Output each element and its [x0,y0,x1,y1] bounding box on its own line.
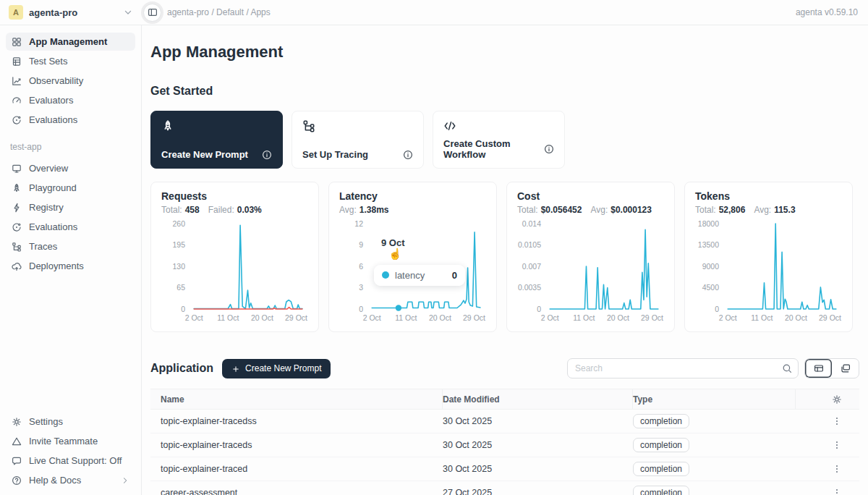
app-name-cell: topic-explainer-traceds [150,440,443,450]
table-row[interactable]: topic-explainer-traceds30 Oct 2025comple… [150,433,859,457]
table-body: topic-explainer-tracedss30 Oct 2025compl… [150,410,859,495]
create-new-prompt-button[interactable]: Create New Prompt [222,359,331,378]
app-name-cell: topic-explainer-traced [150,464,443,474]
help-icon [12,475,22,486]
info-icon[interactable] [544,144,554,154]
svg-text:20 Oct: 20 Oct [607,313,629,322]
stat-value: $0.000123 [610,205,652,215]
card-view-button[interactable] [832,359,859,378]
gauge-icon [12,96,22,106]
table-icon [12,56,22,67]
svg-text:4500: 4500 [702,283,720,292]
metric-card-title: Cost [517,190,664,202]
create-custom-workflow-card[interactable]: Create Custom Workflow [433,111,565,169]
cost-metric-card: CostTotal:$0.056452Avg:$0.00012300.00350… [506,182,675,332]
svg-text:29 Oct: 29 Oct [463,313,485,322]
cost-chart[interactable]: 00.00350.0070.01050.0142 Oct11 Oct20 Oct… [517,218,664,326]
column-settings-icon[interactable] [832,394,842,405]
table-row[interactable]: career-assessment27 Oct 2025completion [150,481,859,495]
table-row[interactable]: topic-explainer-tracedss30 Oct 2025compl… [150,410,859,433]
stat-label: Total: [517,205,538,215]
search-input[interactable] [568,359,776,378]
create-new-prompt-label: Create New Prompt [245,363,321,373]
sidebar-footer-item-help-docs[interactable]: Help & Docs [6,471,135,489]
row-menu-icon[interactable] [832,416,842,426]
nav-item-label: Help & Docs [29,475,81,486]
metric-card-title: Requests [161,190,308,202]
table-view-button[interactable] [805,359,832,378]
svg-text:12: 12 [354,219,363,228]
svg-text:3: 3 [359,283,363,292]
latency-chart[interactable]: 0369122 Oct11 Oct20 Oct29 Oct [339,218,486,326]
svg-text:0: 0 [181,305,185,313]
sidebar-app-item-deployments[interactable]: Deployments [6,257,135,275]
svg-text:11 Oct: 11 Oct [573,313,595,322]
top-bar: A agenta-pro agenta-pro / Default / Apps… [0,0,868,25]
nav-item-label: Settings [29,416,63,427]
sidebar-item-evaluations[interactable]: Evaluations [6,111,135,129]
row-menu-icon[interactable] [832,488,842,495]
workspace-avatar: A [9,5,23,20]
nav-item-label: Test Sets [29,56,67,67]
chart-icon [12,76,22,86]
info-icon[interactable] [262,150,272,160]
stat-value: $0.056452 [541,205,582,215]
app-name-cell: career-assessment [150,488,443,495]
svg-text:0.0035: 0.0035 [518,283,541,292]
date-modified-cell: 30 Oct 2025 [443,440,633,450]
nav-item-label: Registry [29,202,64,213]
sidebar-app-item-evaluations[interactable]: Evaluations [6,218,135,236]
sidebar-app-item-traces[interactable]: Traces [6,237,135,255]
sidebar-item-test-sets[interactable]: Test Sets [6,52,135,70]
nav-item-label: Evaluations [29,114,77,125]
sidebar-item-observability[interactable]: Observability [6,72,135,90]
stat-label: Total: [161,205,182,215]
nav-item-label: App Management [29,36,107,47]
svg-text:0.0105: 0.0105 [518,240,541,249]
card-label: Create Custom Workflow [443,138,544,160]
svg-text:130: 130 [172,262,185,271]
sidebar: App ManagementTest SetsObservabilityEval… [0,25,142,495]
sidebar-app-item-registry[interactable]: Registry [6,198,135,216]
gear-icon [12,417,22,427]
metric-cards: RequestsTotal:458Failed:0.03%06513019526… [150,182,859,332]
nav-item-label: Evaluators [29,95,73,106]
sidebar-footer-item-invite-teammate[interactable]: Invite Teammate [6,432,135,450]
sidebar-toggle-button[interactable] [143,4,161,22]
type-cell: completion [633,462,796,476]
main-content: App Management Get Started Create New Pr… [142,25,868,495]
grid-icon [12,37,22,47]
svg-text:29 Oct: 29 Oct [285,313,307,322]
sidebar-item-evaluators[interactable]: Evaluators [6,91,135,109]
sidebar-app-section-label: test-app [6,130,135,159]
row-menu-icon[interactable] [832,464,842,474]
sidebar-item-app-management[interactable]: App Management [6,33,135,51]
application-header: Application Create New Prompt [150,358,859,378]
stat-label: Failed: [208,205,234,215]
svg-text:260: 260 [172,219,185,228]
svg-text:6: 6 [359,262,363,271]
requests-chart[interactable]: 0651301952602 Oct11 Oct20 Oct29 Oct [161,218,308,326]
search-icon[interactable] [776,363,798,373]
svg-text:11 Oct: 11 Oct [395,313,417,322]
type-badge: completion [633,438,689,452]
tokens-chart[interactable]: 04500900013500180002 Oct11 Oct20 Oct29 O… [695,218,842,326]
sidebar-footer-item-settings[interactable]: Settings [6,412,135,431]
latency-metric-card: LatencyAvg:1.38ms0369122 Oct11 Oct20 Oct… [328,182,497,332]
info-icon[interactable] [403,150,413,160]
set-up-tracing-card[interactable]: Set Up Tracing [292,111,424,169]
svg-text:9: 9 [359,240,363,249]
bolt-icon [12,203,22,213]
create-new-prompt-card[interactable]: Create New Prompt [150,111,283,169]
row-menu-icon[interactable] [832,440,842,450]
sidebar-footer-item-live-chat-support-off[interactable]: Live Chat Support: Off [6,452,135,470]
workspace-selector[interactable]: A agenta-pro [0,0,142,25]
sidebar-app-item-playground[interactable]: Playground [6,179,135,197]
nav-item-label: Live Chat Support: Off [29,455,122,466]
svg-text:2 Oct: 2 Oct [719,313,737,322]
breadcrumb[interactable]: agenta-pro / Default / Apps [167,7,271,17]
sidebar-app-item-overview[interactable]: Overview [6,159,135,177]
stat-value: 0.03% [237,205,262,215]
svg-text:2 Oct: 2 Oct [363,313,381,322]
table-row[interactable]: topic-explainer-traced30 Oct 2025complet… [150,457,859,481]
